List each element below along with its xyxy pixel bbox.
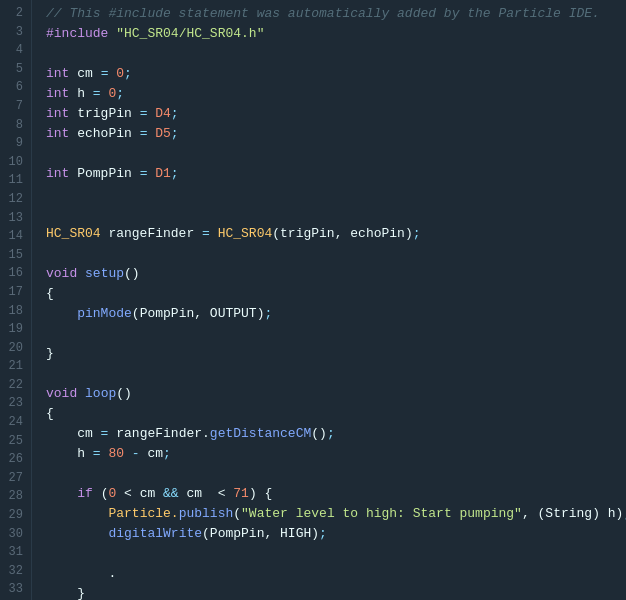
token: (PompPin, HIGH) [202,526,319,541]
line-number: 13 [6,209,23,228]
code-line: void loop() [46,384,626,404]
token: void [46,266,77,281]
token: rangeFinder [101,226,202,241]
line-numbers: 2345678910111213141516171819202122232425… [0,0,32,600]
line-number: 9 [6,134,23,153]
code-line: } [46,584,626,600]
token: int [46,106,69,121]
token [46,506,108,521]
token: ; [124,66,132,81]
token: (trigPin, echoPin) [272,226,412,241]
token: ; [171,126,179,141]
token [77,386,85,401]
line-number: 23 [6,394,23,413]
token: . [46,566,116,581]
line-number: 28 [6,487,23,506]
token: cm [147,446,163,461]
token: = [93,86,101,101]
code-line: digitalWrite(PompPin, HIGH); [46,524,626,544]
token: setup [85,266,124,281]
token: 0 [101,86,117,101]
line-number: 7 [6,97,23,116]
line-number: 12 [6,190,23,209]
code-line: Particle.publish("Water level to high: S… [46,504,626,524]
line-number: 29 [6,506,23,525]
code-line [46,184,626,204]
token: ) { [249,486,272,501]
line-number: 21 [6,357,23,376]
token: loop [85,386,116,401]
token: (PompPin, OUTPUT) [132,306,265,321]
token: ; [413,226,421,241]
token: pinMode [77,306,132,321]
token: - [124,446,147,461]
code-line: void setup() [46,264,626,284]
token: "Water level to high: Start pumping" [241,506,522,521]
line-number: 26 [6,450,23,469]
token: PompPin [69,166,139,181]
token: () [311,426,327,441]
line-number: 2 [6,4,23,23]
token: int [46,166,69,181]
token: , (String) h) [522,506,623,521]
line-number: 20 [6,339,23,358]
code-line: } [46,344,626,364]
line-number: 31 [6,543,23,562]
token [46,306,77,321]
token: ; [171,106,179,121]
token: cm < [179,486,234,501]
code-line [46,464,626,484]
token: D4 [147,106,170,121]
token: ( [93,486,109,501]
code-line [46,204,626,224]
line-number: 32 [6,562,23,581]
token: h [69,86,92,101]
code-line: int PompPin = D1; [46,164,626,184]
code-line: // This #include statement was automatic… [46,4,626,24]
line-number: 4 [6,41,23,60]
code-line: pinMode(PompPin, OUTPUT); [46,304,626,324]
token: < cm [116,486,163,501]
code-line: { [46,284,626,304]
token: ; [163,446,171,461]
token: = [93,446,101,461]
token: 71 [233,486,249,501]
line-number: 17 [6,283,23,302]
token: Particle. [108,506,178,521]
line-number: 14 [6,227,23,246]
token: HC_SR04 [46,226,101,241]
token: int [46,86,69,101]
token: ( [233,506,241,521]
code-line [46,324,626,344]
token: cm [69,66,100,81]
token: #include [46,26,116,41]
code-line [46,364,626,384]
line-number: 10 [6,153,23,172]
token: rangeFinder. [108,426,209,441]
line-number: 16 [6,264,23,283]
token: ; [327,426,335,441]
code-line: . [46,564,626,584]
code-line: int h = 0; [46,84,626,104]
code-line [46,144,626,164]
code-line [46,244,626,264]
token: echoPin [69,126,139,141]
code-line: { [46,404,626,424]
token: ; [171,166,179,181]
token: 80 [101,446,124,461]
token: void [46,386,77,401]
line-number: 19 [6,320,23,339]
token: D5 [147,126,170,141]
code-content: // This #include statement was automatic… [32,0,626,600]
token [46,486,77,501]
token [77,266,85,281]
token: = [202,226,210,241]
token: int [46,126,69,141]
code-line: h = 80 - cm; [46,444,626,464]
token: } [46,346,54,361]
token: if [77,486,93,501]
code-line: int trigPin = D4; [46,104,626,124]
code-line [46,544,626,564]
line-number: 18 [6,302,23,321]
code-line: #include "HC_SR04/HC_SR04.h" [46,24,626,44]
